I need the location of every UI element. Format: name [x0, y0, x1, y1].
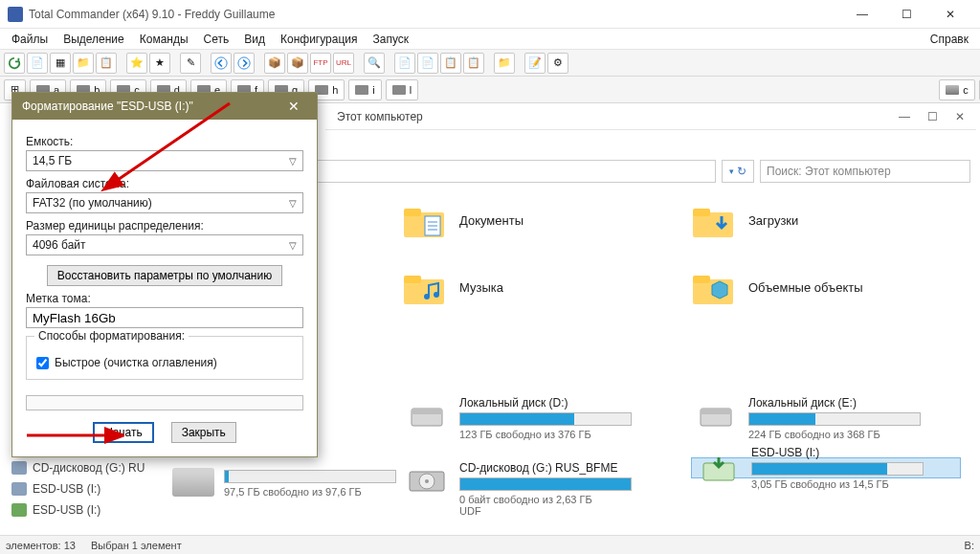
sidebar-item[interactable]: CD-дисковод (G:) RU	[4, 457, 167, 478]
menu-run[interactable]: Запуск	[368, 31, 415, 48]
status-right: В:	[965, 540, 974, 551]
tool-icon[interactable]: 📋	[440, 53, 461, 74]
menu-select[interactable]: Выделение	[57, 31, 130, 48]
drive-btn[interactable]: c	[939, 79, 975, 100]
filesystem-select[interactable]: FAT32 (по умолчанию)▽	[26, 192, 303, 213]
tool-icon[interactable]: 📄	[27, 53, 48, 74]
folder-item[interactable]: Объемные объекты	[691, 268, 961, 306]
window-title: Total Commander (x64) 9.10 - Freddy Guil…	[29, 8, 275, 21]
menu-commands[interactable]: Команды	[134, 31, 194, 48]
restore-defaults-button[interactable]: Восстановить параметры по умолчанию	[47, 265, 282, 286]
drive-name: ESD-USB (I:)	[751, 446, 954, 459]
close-button[interactable]: Закрыть	[171, 422, 236, 443]
tool-icon[interactable]: 📄	[394, 53, 415, 74]
search-icon[interactable]: 🔍	[364, 53, 385, 74]
refresh-icon[interactable]	[4, 53, 25, 74]
maximize-button[interactable]: ☐	[884, 0, 928, 29]
svg-rect-15	[693, 276, 710, 283]
drive-icon	[11, 461, 27, 475]
quick-format-checkbox[interactable]: Быстрое (очистка оглавления)	[36, 356, 293, 369]
tool-icon[interactable]: ⭐	[126, 53, 147, 74]
dialog-close-icon[interactable]: ✕	[280, 99, 307, 114]
status-count: элементов: 13	[6, 540, 76, 551]
menubar: Файлы Выделение Команды Сеть Вид Конфигу…	[0, 29, 980, 50]
forward-icon[interactable]	[234, 53, 255, 74]
dialog-titlebar[interactable]: Форматирование "ESD-USB (I:)" ✕	[12, 93, 317, 120]
sidebar-item[interactable]: ESD-USB (I:)	[4, 478, 167, 499]
menu-net[interactable]: Сеть	[198, 31, 235, 48]
titlebar: Total Commander (x64) 9.10 - Freddy Guil…	[0, 0, 980, 29]
folder-item[interactable]: Музыка	[402, 268, 672, 306]
drive-usage-bar	[459, 477, 632, 491]
search-input[interactable]: Поиск: Этот компьютер	[760, 160, 970, 183]
minimize-button[interactable]: —	[840, 0, 884, 29]
folder-item[interactable]: Документы	[402, 201, 672, 239]
drive-name: Локальный диск (D:)	[459, 396, 668, 410]
folder-item[interactable]: Загрузки	[691, 201, 961, 239]
drive-btn[interactable]: l	[386, 79, 418, 100]
allocation-label: Размер единицы распределения:	[26, 219, 303, 233]
tool-icon[interactable]: 📄	[417, 53, 438, 74]
tool-icon[interactable]: 📋	[96, 53, 117, 74]
statusbar: элементов: 13 Выбран 1 элемент В:	[0, 535, 980, 554]
tool-icon[interactable]: 📁	[73, 53, 94, 74]
drive-btn[interactable]: i	[348, 79, 381, 100]
drive-free: 3,05 ГБ свободно из 14,5 ГБ	[751, 478, 954, 490]
back-icon[interactable]	[211, 53, 232, 74]
tool-icon[interactable]: 📁	[494, 53, 515, 74]
status-selection: Выбран 1 элемент	[91, 540, 182, 551]
drive-name: Локальный диск (E:)	[748, 396, 957, 410]
filesystem-label: Файловая система:	[26, 177, 303, 190]
tool-icon[interactable]: ★	[149, 53, 170, 74]
edit-icon[interactable]: ✎	[180, 53, 201, 74]
svg-rect-3	[404, 209, 421, 216]
menu-help[interactable]: Справк	[924, 31, 974, 48]
start-button[interactable]: Начать	[93, 422, 154, 443]
drive-name: CD-дисковод (G:) RUS_BFME	[459, 461, 668, 475]
extract-icon[interactable]: 📦	[287, 53, 308, 74]
tool-icon[interactable]: 📋	[463, 53, 484, 74]
allocation-select[interactable]: 4096 байт▽	[26, 234, 303, 255]
tool-icon[interactable]: ⚙	[547, 53, 568, 74]
explorer-min-icon[interactable]: —	[899, 110, 910, 123]
menu-view[interactable]: Вид	[238, 31, 271, 48]
dialog-title: Форматирование "ESD-USB (I:)"	[22, 100, 193, 113]
menu-file[interactable]: Файлы	[6, 31, 54, 48]
drive-item[interactable]: Локальный диск (D:)123 ГБ свободно из 37…	[402, 392, 672, 444]
svg-rect-19	[701, 409, 731, 414]
drive-free: 224 ГБ свободно из 368 ГБ	[748, 429, 957, 440]
explorer-close-icon[interactable]: ✕	[955, 110, 965, 123]
capacity-select[interactable]: 14,5 ГБ▽	[26, 150, 303, 171]
drive-icon	[406, 461, 448, 496]
tool-icon[interactable]: ▦	[50, 53, 71, 74]
close-button[interactable]: ✕	[928, 0, 972, 29]
drive-icon	[695, 396, 737, 431]
folder-name: Загрузки	[748, 213, 798, 228]
format-options-label: Способы форматирования:	[34, 329, 189, 343]
drive-usage-bar	[459, 412, 632, 426]
volume-label-label: Метка тома:	[26, 292, 303, 305]
volume-label-input[interactable]	[26, 307, 303, 328]
url-icon[interactable]: URL	[333, 53, 354, 74]
drive-item[interactable]: CD-дисковод (G:) RUS_BFME0 байт свободно…	[402, 457, 672, 521]
capacity-label: Емкость:	[26, 135, 303, 148]
quick-format-input[interactable]	[36, 357, 49, 369]
svg-rect-9	[693, 209, 710, 216]
ftp-icon[interactable]: FTP	[310, 53, 331, 74]
menu-config[interactable]: Конфигурация	[275, 31, 364, 48]
svg-point-22	[425, 479, 429, 483]
address-bar[interactable]	[268, 160, 716, 183]
svg-point-0	[215, 56, 227, 68]
archive-icon[interactable]: 📦	[264, 53, 285, 74]
drive-usage-bar	[751, 462, 924, 476]
refresh-button[interactable]: ▾ ↻	[722, 160, 754, 183]
sidebar-item[interactable]: ESD-USB (I:)	[4, 499, 167, 521]
explorer-max-icon[interactable]: ☐	[927, 110, 938, 123]
folder-name: Документы	[459, 213, 523, 228]
notepad-icon[interactable]: 📝	[524, 53, 546, 74]
svg-point-1	[238, 56, 250, 68]
folder-icon	[402, 201, 446, 239]
drive-item[interactable]: ESD-USB (I:)3,05 ГБ свободно из 14,5 ГБ	[691, 457, 961, 478]
drive-item[interactable]: Локальный диск (E:)224 ГБ свободно из 36…	[691, 392, 961, 444]
format-dialog: Форматирование "ESD-USB (I:)" ✕ Емкость:…	[11, 92, 318, 457]
